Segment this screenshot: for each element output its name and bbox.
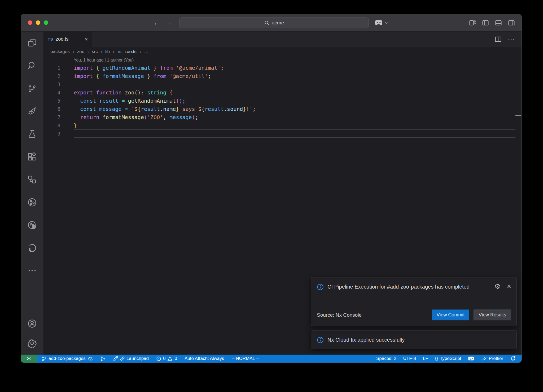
notification-source: Source: Nx Console xyxy=(317,312,362,318)
encoding-status[interactable]: UTF-8 xyxy=(401,356,419,361)
split-editor-icon[interactable] xyxy=(495,36,501,42)
warning-count: 0 xyxy=(174,356,177,361)
chevron-right-icon: › xyxy=(113,49,114,55)
chevron-down-icon[interactable] xyxy=(385,21,389,24)
toggle-panel-icon[interactable] xyxy=(495,20,502,25)
customize-layout-icon[interactable] xyxy=(469,20,476,25)
language-mode-status[interactable]: {} TypeScript xyxy=(432,356,464,361)
more-views-icon[interactable] xyxy=(28,266,37,275)
breadcrumb-file[interactable]: zoo.ts xyxy=(125,49,137,54)
auto-attach-status[interactable]: Auto Attach: Always xyxy=(182,356,227,361)
notification-toasts: CI Pipeline Execution for #add-zoo-packa… xyxy=(311,277,517,349)
toggle-primary-sidebar-icon[interactable] xyxy=(482,20,489,25)
breadcrumb-item[interactable]: zoo xyxy=(77,49,84,54)
close-window-button[interactable] xyxy=(28,20,32,25)
code-line-9[interactable]: 9 xyxy=(43,129,522,138)
error-count: 0 xyxy=(163,356,165,361)
auto-attach-label: Auto Attach: Always xyxy=(185,356,224,361)
code-line-3[interactable]: 3 xyxy=(43,80,522,88)
vim-mode-label: -- NORMAL -- xyxy=(231,356,259,361)
code-line-6[interactable]: 6 const message = `${result.name} says $… xyxy=(43,105,522,113)
breadcrumb-more[interactable]: … xyxy=(144,49,148,54)
double-check-icon xyxy=(481,356,487,361)
line-number: 9 xyxy=(43,131,60,137)
explorer-icon[interactable] xyxy=(28,38,37,47)
copilot-icon[interactable] xyxy=(375,20,383,26)
settings-gear-icon[interactable] xyxy=(28,339,37,348)
code-line-7[interactable]: 7 return formatMessage('ZOO', message); xyxy=(43,113,522,121)
nx-cloud-icon[interactable] xyxy=(28,221,37,230)
code-line-5[interactable]: 5 const result = getRandomAnimal(); xyxy=(43,97,522,105)
prettier-status[interactable]: Prettier xyxy=(479,356,506,361)
git-branch-status[interactable]: add-zoo-packages xyxy=(39,356,96,361)
line-number: 5 xyxy=(43,98,60,104)
breadcrumb-item[interactable]: lib xyxy=(105,49,110,54)
code-line-1[interactable]: 1import { getRandomAnimal } from '@acme/… xyxy=(43,64,522,72)
project-references-icon[interactable] xyxy=(28,175,37,184)
bell-icon xyxy=(510,356,516,361)
prettier-label: Prettier xyxy=(489,356,503,361)
back-icon[interactable]: ← xyxy=(154,19,160,27)
minimize-window-button[interactable] xyxy=(36,20,40,25)
notification-close-icon[interactable]: × xyxy=(507,282,511,291)
chevron-right-icon: › xyxy=(87,49,89,55)
notification-title: CI Pipeline Execution for #add-zoo-packa… xyxy=(327,283,470,291)
notification-ci-pipeline: CI Pipeline Execution for #add-zoo-packa… xyxy=(311,277,517,326)
spaces-label: Spaces: 2 xyxy=(376,356,396,361)
accounts-icon[interactable] xyxy=(28,319,37,328)
activity-bar xyxy=(21,32,43,355)
status-bar: add-zoo-packages Launchpad xyxy=(21,355,522,363)
indentation-status[interactable]: Spaces: 2 xyxy=(374,356,399,361)
git-blame-annotation: You, 1 hour ago | 1 author (You) xyxy=(43,57,522,64)
notification-nx-cloud: Nx Cloud fix applied successfully xyxy=(311,330,517,349)
tab-zoo-ts[interactable]: TS zoo.ts × xyxy=(43,32,92,47)
code-line-4[interactable]: 4export function zoo(): string { xyxy=(43,88,522,97)
view-commit-button[interactable]: View Commit xyxy=(432,310,470,320)
line-number: 3 xyxy=(43,81,60,87)
run-debug-icon[interactable] xyxy=(28,107,37,116)
testing-icon[interactable] xyxy=(28,129,37,138)
copilot-status[interactable] xyxy=(465,356,477,361)
warning-icon xyxy=(167,356,173,361)
line-number: 6 xyxy=(43,106,60,112)
code-line-2[interactable]: 2import { formatMessage } from '@acme/ut… xyxy=(43,72,522,80)
eol-label: LF xyxy=(423,356,428,361)
error-icon xyxy=(156,356,161,361)
source-control-icon[interactable] xyxy=(28,84,37,93)
edge-browser-icon[interactable] xyxy=(28,243,37,252)
extensions-icon[interactable] xyxy=(28,152,37,161)
line-number: 8 xyxy=(43,123,60,128)
zoom-window-button[interactable] xyxy=(44,20,48,25)
line-number: 2 xyxy=(43,73,60,79)
nx-console-icon[interactable] xyxy=(28,198,37,207)
git-graph-icon xyxy=(100,356,106,361)
command-center-search[interactable]: acme xyxy=(179,18,369,28)
info-icon xyxy=(317,284,324,291)
eol-status[interactable]: LF xyxy=(420,356,431,361)
editor-actions-more-icon[interactable]: ⋯ xyxy=(508,35,515,43)
forward-icon[interactable]: → xyxy=(166,19,172,27)
typescript-file-icon: TS xyxy=(48,37,53,41)
git-graph-status[interactable] xyxy=(98,356,108,361)
code-line-8[interactable]: 8} xyxy=(43,121,522,129)
search-sidebar-icon[interactable] xyxy=(28,61,37,70)
notification-settings-gear-icon[interactable]: ⚙ xyxy=(494,282,500,291)
tab-close-icon[interactable]: × xyxy=(85,36,88,42)
launchpad-status[interactable]: Launchpad xyxy=(110,356,151,361)
line-content: const message = `${result.name} says ${r… xyxy=(60,106,256,112)
breadcrumb-item[interactable]: packages xyxy=(50,49,70,54)
search-value: acme xyxy=(272,20,284,26)
launchpad-label: Launchpad xyxy=(126,356,149,361)
view-results-button[interactable]: View Results xyxy=(474,310,511,320)
language-label: TypeScript xyxy=(440,356,461,361)
branch-name: add-zoo-packages xyxy=(49,356,86,361)
encoding-label: UTF-8 xyxy=(403,356,416,361)
title-bar: ← → acme xyxy=(21,14,522,31)
problems-status[interactable]: 0 0 xyxy=(154,356,180,361)
vim-mode-status[interactable]: -- NORMAL -- xyxy=(229,356,262,361)
link-icon xyxy=(120,356,125,361)
remote-indicator[interactable] xyxy=(21,355,37,363)
notifications-bell[interactable] xyxy=(507,356,518,361)
toggle-secondary-sidebar-icon[interactable] xyxy=(508,20,515,25)
breadcrumb-item[interactable]: src xyxy=(92,49,98,54)
